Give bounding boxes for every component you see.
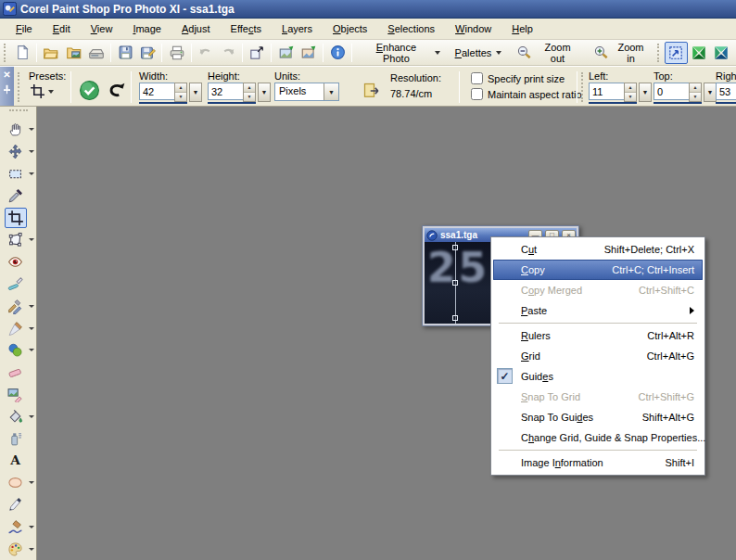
flood-fill-tool-button[interactable] — [5, 406, 27, 426]
context-menu-item-grid[interactable]: GridCtrl+Alt+G — [493, 346, 703, 366]
pin-options-button[interactable] — [1, 84, 13, 96]
text-tool-button[interactable]: A — [5, 451, 27, 471]
workspace-teal-button[interactable] — [710, 42, 732, 64]
context-menu-item-guides[interactable]: ✓Guides — [493, 366, 703, 387]
chevron-down-icon[interactable] — [29, 327, 34, 330]
browse-button[interactable] — [62, 42, 84, 64]
close-options-button[interactable]: ✕ — [1, 69, 13, 81]
left-input[interactable] — [589, 83, 624, 100]
pan-tool-button[interactable] — [5, 120, 27, 140]
crop-tool-button[interactable] — [5, 208, 27, 228]
menu-adjust[interactable]: Adjust — [171, 19, 221, 38]
clone-brush-tool-button[interactable] — [5, 296, 27, 316]
background-eraser-tool-button[interactable] — [5, 384, 27, 404]
workspace-green-button[interactable] — [688, 42, 710, 64]
palettes-button[interactable]: Palettes — [448, 42, 510, 64]
mesh-warp-tool-button[interactable] — [5, 539, 27, 559]
chevron-down-icon[interactable] — [29, 238, 34, 241]
context-menu-item-image-information[interactable]: Image InformationShift+I — [493, 452, 703, 473]
drag-grip[interactable] — [4, 44, 7, 62]
chevron-down-icon[interactable] — [29, 415, 34, 418]
menu-window[interactable]: Window — [445, 19, 501, 38]
chevron-down-icon[interactable] — [29, 526, 34, 528]
crop-handle-middle[interactable] — [452, 280, 458, 286]
specify-print-size-checkbox[interactable] — [471, 72, 483, 84]
units-select[interactable]: Pixels ▼ — [274, 83, 339, 101]
menu-file[interactable]: File — [6, 19, 43, 38]
menu-image[interactable]: Image — [122, 19, 171, 38]
zoom-out-button[interactable]: Zoom out — [509, 42, 585, 64]
redo-button[interactable] — [217, 42, 239, 64]
scan-button[interactable] — [85, 42, 108, 64]
chevron-down-icon[interactable] — [29, 305, 34, 308]
context-menu-item-snap-to-guides[interactable]: Snap To GuidesShift+Alt+G — [493, 407, 703, 427]
pen-tool-button[interactable] — [5, 494, 27, 515]
context-menu-item-paste[interactable]: Paste — [493, 300, 703, 321]
resize-button[interactable] — [246, 42, 268, 64]
top-slider-button[interactable]: ▼ — [704, 83, 717, 102]
top-input[interactable] — [654, 83, 689, 100]
height-slider-button[interactable]: ▼ — [258, 83, 271, 102]
capture-setup-button[interactable] — [298, 42, 320, 64]
maintain-aspect-ratio-checkbox[interactable] — [471, 88, 483, 100]
straighten-tool-button[interactable] — [5, 230, 27, 250]
open-button[interactable] — [40, 42, 62, 64]
new-image-button[interactable] — [11, 42, 33, 64]
save-as-button[interactable] — [136, 42, 159, 64]
airbrush-tool-button[interactable] — [5, 428, 27, 449]
left-up-button[interactable]: ▲ — [625, 83, 636, 93]
units-dropdown-button[interactable]: ▼ — [324, 83, 338, 100]
crop-handle-top[interactable] — [452, 245, 458, 250]
red-eye-tool-button[interactable] — [5, 252, 27, 273]
chevron-down-icon[interactable] — [29, 128, 34, 131]
chevron-down-icon[interactable] — [29, 548, 34, 551]
menu-selections[interactable]: Selections — [377, 19, 445, 38]
crop-handle-bottom[interactable] — [452, 315, 458, 321]
height-up-button[interactable]: ▲ — [244, 83, 255, 93]
drag-grip[interactable] — [581, 72, 584, 102]
chevron-down-icon[interactable] — [29, 172, 34, 175]
zoom-in-button[interactable]: Zoom in — [586, 42, 656, 64]
menu-help[interactable]: Help — [501, 19, 543, 38]
color-changer-tool-button[interactable] — [5, 340, 27, 361]
menu-effects[interactable]: Effects — [221, 19, 272, 38]
reset-button[interactable] — [104, 80, 128, 104]
width-down-button[interactable]: ▼ — [175, 93, 186, 102]
image-information-button[interactable] — [326, 42, 349, 64]
enhance-photo-button[interactable]: Enhance Photo — [355, 42, 447, 64]
drag-grip[interactable] — [9, 109, 28, 113]
move-tool-button[interactable] — [5, 142, 27, 162]
menu-layers[interactable]: Layers — [272, 19, 323, 38]
height-down-button[interactable]: ▼ — [244, 93, 255, 102]
width-slider-button[interactable]: ▼ — [189, 83, 202, 102]
chevron-down-icon[interactable] — [29, 481, 34, 484]
print-button[interactable] — [165, 42, 187, 64]
height-input[interactable] — [208, 83, 243, 100]
context-menu-item-change-grid-guide-snap-properties[interactable]: Change Grid, Guide & Snap Properties... — [493, 427, 703, 448]
context-menu-item-cut[interactable]: CutShift+Delete; Ctrl+X — [493, 239, 703, 260]
top-down-button[interactable]: ▼ — [690, 93, 701, 102]
width-input[interactable] — [139, 83, 174, 100]
chevron-down-icon[interactable] — [29, 150, 34, 153]
preset-shape-tool-button[interactable] — [5, 473, 27, 493]
eraser-tool-button[interactable] — [5, 363, 27, 383]
drag-grip[interactable] — [657, 44, 661, 62]
left-down-button[interactable]: ▼ — [625, 93, 636, 102]
makeover-tool-button[interactable] — [5, 274, 27, 294]
context-menu-item-copy[interactable]: CopyCtrl+C; Ctrl+Insert — [493, 260, 703, 280]
selection-tool-button[interactable] — [5, 163, 27, 184]
paint-brush-tool-button[interactable] — [5, 318, 27, 338]
presets-dropdown-button[interactable] — [29, 83, 55, 100]
chevron-down-icon[interactable] — [29, 349, 34, 351]
context-menu-item-rulers[interactable]: RulersCtrl+Alt+R — [493, 325, 703, 346]
menu-objects[interactable]: Objects — [323, 19, 377, 38]
apply-button[interactable] — [77, 80, 101, 104]
width-up-button[interactable]: ▲ — [175, 83, 186, 93]
left-slider-button[interactable]: ▼ — [639, 83, 652, 102]
menu-view[interactable]: View — [81, 19, 123, 38]
warp-brush-tool-button[interactable] — [5, 516, 27, 537]
screen-capture-button[interactable] — [274, 42, 297, 64]
save-button[interactable] — [114, 42, 136, 64]
top-up-button[interactable]: ▲ — [690, 83, 701, 93]
drag-grip[interactable] — [18, 72, 20, 102]
